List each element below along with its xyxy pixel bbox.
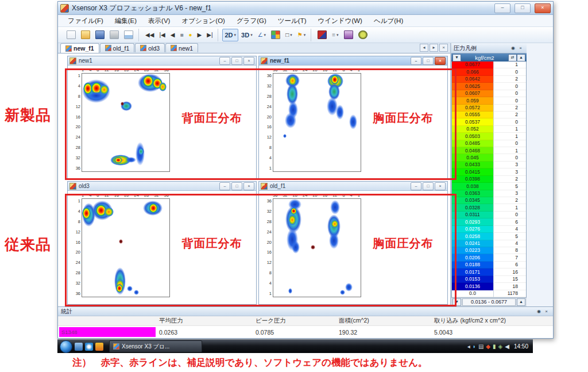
minimize-button[interactable]: – xyxy=(411,182,421,190)
network-icon[interactable]: ◗ xyxy=(473,344,476,350)
menu-file[interactable]: ファイル(F) xyxy=(63,16,109,26)
window-titlebar[interactable]: Xsensor X3 プロフェッショナル V6 - new_f1 – □ × xyxy=(58,2,553,15)
legend-dropdown-icon[interactable]: ▼ xyxy=(452,54,461,62)
minimize-button[interactable]: – xyxy=(411,57,421,65)
start-button[interactable] xyxy=(60,340,72,353)
legend-count: 15 xyxy=(493,276,526,283)
menu-view[interactable]: 表示(V) xyxy=(143,16,175,26)
legend-row: 0.02067 xyxy=(452,254,526,261)
settings-button[interactable] xyxy=(356,29,370,41)
panel-title: new1 xyxy=(79,57,217,64)
compare-icon xyxy=(318,30,327,39)
menu-window[interactable]: ウインドウ(W) xyxy=(313,16,368,26)
legend-value: 0.0503 xyxy=(452,133,493,140)
close-button[interactable]: × xyxy=(243,57,254,65)
restore-button[interactable]: □ xyxy=(231,182,242,190)
menu-options[interactable]: オプション(O) xyxy=(176,16,230,26)
child-titlebar[interactable]: new_f1–□× xyxy=(259,56,447,66)
tab-old_f1[interactable]: old_f1 xyxy=(100,43,135,52)
last-frame-button[interactable]: ▶| xyxy=(204,29,215,41)
close-icon[interactable]: × xyxy=(517,45,524,52)
tab-scroll-right-icon[interactable]: ▸ xyxy=(430,44,438,52)
legend-value: 0.0276 xyxy=(452,226,493,233)
report-button[interactable] xyxy=(342,29,355,41)
media-player-icon[interactable] xyxy=(95,343,103,351)
chart-view-button[interactable]: ∠▾ xyxy=(256,29,268,41)
close-button[interactable]: × xyxy=(243,182,254,190)
battery-icon[interactable]: ▮ xyxy=(493,344,496,350)
tab-new1[interactable]: new1 xyxy=(165,43,198,52)
print-button[interactable] xyxy=(107,29,121,41)
first-frame-button[interactable]: ◀◀ xyxy=(143,29,156,41)
antivirus-icon[interactable]: ◆ xyxy=(486,344,490,350)
legend-collapse-icon[interactable]: ▲ xyxy=(517,54,525,62)
browser-icon[interactable] xyxy=(85,343,93,351)
child-titlebar[interactable]: new1–□× xyxy=(68,56,256,66)
legend-row: 0.02238 xyxy=(452,247,526,254)
dropdown-arrow-icon: ▾ xyxy=(234,33,237,37)
print-preview-button[interactable] xyxy=(122,29,136,41)
menu-edit[interactable]: 編集(E) xyxy=(110,16,142,26)
legend-range-dropdown-icon[interactable]: ▼ xyxy=(452,298,461,306)
tab-close-icon[interactable]: × xyxy=(439,44,448,52)
stop-button[interactable]: ■ xyxy=(177,29,185,41)
volume-icon[interactable]: ◀ xyxy=(505,344,509,350)
dropdown-arrow-icon: ▾ xyxy=(290,33,292,37)
pressure-blob xyxy=(311,245,315,250)
view-2d-button[interactable]: 2D▾ xyxy=(222,29,238,41)
child-titlebar[interactable]: old3–□× xyxy=(68,182,256,191)
legend-value: 0.0537 xyxy=(452,118,493,125)
prev-frame-button[interactable]: |◀ xyxy=(157,29,167,41)
pin-icon[interactable]: ◉ xyxy=(509,45,517,52)
view-3d-button[interactable]: 3D▾ xyxy=(239,29,255,41)
minimize-button[interactable]: – xyxy=(219,57,230,65)
mdi-workspace: new1–□×148121620242832361481216202428323… xyxy=(58,53,450,306)
play-button[interactable]: ▶ xyxy=(195,29,204,41)
minimize-button[interactable]: – xyxy=(494,3,510,13)
quick-launch-icon[interactable] xyxy=(75,343,83,351)
x-axis-ticks: 14812162024283236 xyxy=(82,67,169,73)
restore-button[interactable]: □ xyxy=(231,57,242,65)
x-tick-label: 12 xyxy=(332,67,337,73)
open-folder-button[interactable] xyxy=(79,29,92,41)
menu-graph[interactable]: グラフ(G) xyxy=(231,16,272,26)
menu-tools[interactable]: ツール(T) xyxy=(273,16,312,26)
tab-scroll-left-icon[interactable]: ◂ xyxy=(420,44,428,52)
taskbar-app-button[interactable]: Xsensor X3 プロ... xyxy=(109,340,202,352)
x-tick-label: 28 xyxy=(144,193,149,198)
restore-button[interactable]: □ xyxy=(514,3,531,13)
x-tick-label: 24 xyxy=(303,67,307,73)
panel-title: old_f1 xyxy=(270,183,408,189)
stat-row-label[interactable]: S1348 xyxy=(59,327,156,337)
close-button[interactable]: × xyxy=(435,182,446,190)
legend-row: 0.0385 xyxy=(452,183,526,190)
tray-expand-icon[interactable]: ◂ xyxy=(467,344,470,350)
menu-help[interactable]: ヘルプ(H) xyxy=(369,16,408,26)
open-folder-icon xyxy=(81,30,90,39)
record-button[interactable]: ● xyxy=(186,29,194,41)
compare-button[interactable] xyxy=(315,29,329,41)
legend-range-up-icon[interactable]: ▲ xyxy=(517,298,525,306)
grid-view-button[interactable] xyxy=(269,29,283,41)
child-titlebar[interactable]: old_f1–□× xyxy=(259,182,447,191)
legend-swap-icon[interactable]: ⇄ xyxy=(508,54,517,62)
save-button[interactable] xyxy=(93,29,107,41)
close-button[interactable]: × xyxy=(435,57,446,65)
pin-icon[interactable]: ◉ xyxy=(535,308,543,315)
x-tick-label: 32 xyxy=(154,67,158,73)
measure-button[interactable]: ≡▾ xyxy=(330,29,341,41)
tab-new_f1[interactable]: new_f1 xyxy=(60,43,99,53)
minimize-button[interactable]: – xyxy=(219,182,230,190)
restore-button[interactable]: □ xyxy=(423,182,434,190)
display-icon[interactable]: ▤ xyxy=(478,344,483,350)
close-icon[interactable]: × xyxy=(543,308,550,315)
usb-icon[interactable]: ◈ xyxy=(498,344,503,350)
restore-button[interactable]: □ xyxy=(423,57,434,65)
new-document-button[interactable] xyxy=(64,29,78,41)
taskbar-clock: 14:50 xyxy=(512,343,531,350)
step-back-button[interactable]: ◀ xyxy=(168,29,177,41)
close-button[interactable]: × xyxy=(535,3,551,13)
flag-marker-button[interactable]: ⚑▾ xyxy=(295,29,308,41)
tab-old3[interactable]: old3 xyxy=(135,43,165,52)
box-select-button[interactable]: □▾ xyxy=(283,29,295,41)
